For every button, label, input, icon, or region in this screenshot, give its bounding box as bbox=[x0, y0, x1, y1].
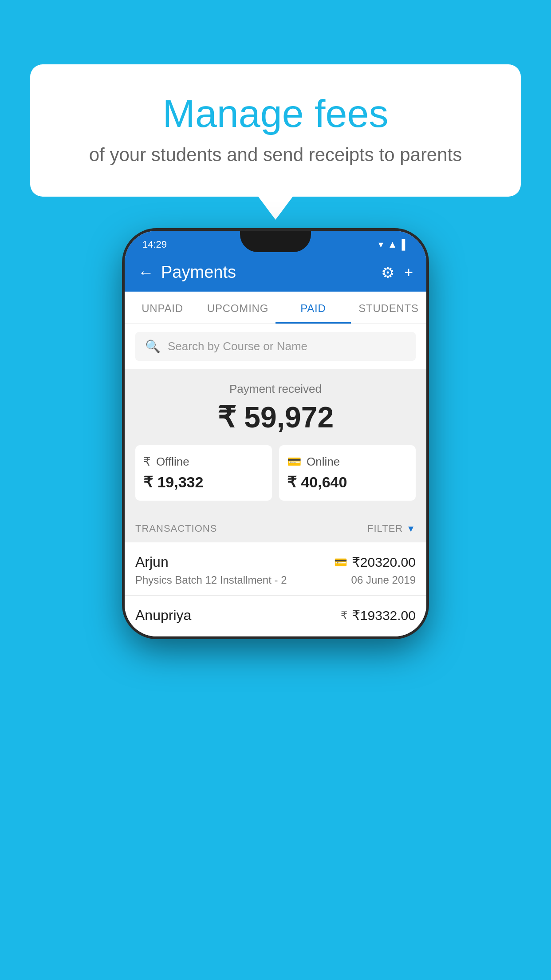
status-time: 14:29 bbox=[142, 239, 167, 250]
search-icon: 🔍 bbox=[145, 339, 161, 354]
back-button[interactable]: ← bbox=[138, 263, 154, 282]
battery-icon: ▌ bbox=[401, 239, 409, 250]
app-bar: ← Payments ⚙ + bbox=[125, 255, 426, 292]
transaction-name: Arjun bbox=[135, 554, 169, 570]
phone-frame: 14:29 ▾ ▲ ▌ ← Payments ⚙ + bbox=[125, 231, 426, 636]
tab-bar: UNPAID UPCOMING PAID STUDENTS bbox=[125, 292, 426, 324]
tab-paid[interactable]: PAID bbox=[276, 292, 351, 324]
add-button[interactable]: + bbox=[404, 264, 413, 281]
search-input-wrap[interactable]: 🔍 Search by Course or Name bbox=[135, 332, 416, 361]
card-mode-icon: 💳 bbox=[334, 556, 347, 569]
tab-students[interactable]: STUDENTS bbox=[351, 292, 426, 324]
transaction-name: Anupriya bbox=[135, 607, 191, 624]
transactions-header: TRANSACTIONS FILTER ▼ bbox=[125, 513, 426, 542]
transaction-amount: ₹19332.00 bbox=[352, 608, 416, 623]
signal-icon: ▲ bbox=[388, 239, 398, 250]
filter-button[interactable]: FILTER ▼ bbox=[367, 523, 416, 534]
app-bar-title: Payments bbox=[161, 263, 236, 282]
search-bar-container: 🔍 Search by Course or Name bbox=[125, 324, 426, 369]
phone-wrapper: 14:29 ▾ ▲ ▌ ← Payments ⚙ + bbox=[125, 231, 426, 636]
transaction-row-top: Anupriya ₹ ₹19332.00 bbox=[135, 607, 416, 624]
transaction-item[interactable]: Anupriya ₹ ₹19332.00 bbox=[125, 596, 426, 636]
status-icons: ▾ ▲ ▌ bbox=[378, 239, 409, 250]
online-label: Online bbox=[307, 455, 340, 469]
transaction-row-top: Arjun 💳 ₹20320.00 bbox=[135, 554, 416, 570]
wifi-icon: ▾ bbox=[378, 239, 383, 250]
tab-unpaid[interactable]: UNPAID bbox=[125, 292, 200, 324]
card-icon: 💳 bbox=[287, 455, 301, 469]
phone-screen: 14:29 ▾ ▲ ▌ ← Payments ⚙ + bbox=[125, 231, 426, 636]
transaction-list: Arjun 💳 ₹20320.00 Physics Batch 12 Insta… bbox=[125, 542, 426, 636]
online-card: 💳 Online ₹ 40,640 bbox=[279, 445, 416, 501]
cash-mode-icon: ₹ bbox=[341, 609, 347, 622]
transaction-amount-wrap: ₹ ₹19332.00 bbox=[341, 608, 416, 623]
payment-cards: ₹ Offline ₹ 19,332 💳 Online ₹ 40,640 bbox=[134, 445, 417, 501]
transaction-date: 06 June 2019 bbox=[351, 574, 416, 586]
offline-card-header: ₹ Offline bbox=[143, 455, 264, 469]
tab-upcoming[interactable]: UPCOMING bbox=[200, 292, 276, 324]
filter-icon: ▼ bbox=[406, 524, 416, 534]
payment-summary: Payment received ₹ 59,972 ₹ Offline ₹ 19… bbox=[125, 369, 426, 513]
filter-label: FILTER bbox=[367, 523, 403, 534]
online-amount: ₹ 40,640 bbox=[287, 473, 408, 491]
cash-icon: ₹ bbox=[143, 455, 151, 469]
app-bar-left: ← Payments bbox=[138, 263, 236, 282]
offline-amount: ₹ 19,332 bbox=[143, 473, 264, 491]
offline-card: ₹ Offline ₹ 19,332 bbox=[135, 445, 272, 501]
notch bbox=[240, 231, 311, 252]
search-placeholder: Search by Course or Name bbox=[168, 340, 307, 353]
transaction-amount-wrap: 💳 ₹20320.00 bbox=[334, 554, 416, 570]
bubble-subtitle: of your students and send receipts to pa… bbox=[66, 144, 485, 166]
settings-button[interactable]: ⚙ bbox=[381, 264, 394, 281]
transaction-course: Physics Batch 12 Installment - 2 bbox=[135, 574, 287, 586]
transaction-item[interactable]: Arjun 💳 ₹20320.00 Physics Batch 12 Insta… bbox=[125, 542, 426, 596]
transactions-label: TRANSACTIONS bbox=[135, 523, 217, 534]
payment-label: Payment received bbox=[134, 382, 417, 396]
bubble-title: Manage fees bbox=[66, 91, 485, 136]
app-bar-right: ⚙ + bbox=[381, 264, 413, 281]
payment-total-amount: ₹ 59,972 bbox=[134, 400, 417, 435]
online-card-header: 💳 Online bbox=[287, 455, 408, 469]
offline-label: Offline bbox=[156, 455, 189, 469]
speech-bubble: Manage fees of your students and send re… bbox=[30, 64, 521, 197]
transaction-amount: ₹20320.00 bbox=[352, 554, 416, 570]
transaction-row-bottom: Physics Batch 12 Installment - 2 06 June… bbox=[135, 574, 416, 586]
